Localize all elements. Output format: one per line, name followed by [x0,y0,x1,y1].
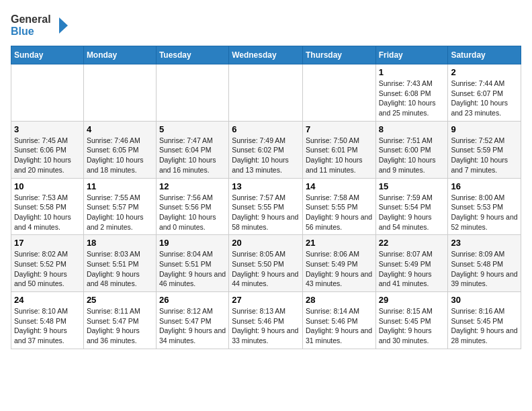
calendar-body: 1Sunrise: 7:43 AM Sunset: 6:08 PM Daylig… [11,64,521,349]
day-number: 27 [232,295,300,305]
weekday-header: Thursday [302,46,375,64]
calendar-cell: 24Sunrise: 8:10 AM Sunset: 5:48 PM Dayli… [11,292,84,349]
day-number: 19 [159,238,226,248]
calendar-cell: 7Sunrise: 7:50 AM Sunset: 6:01 PM Daylig… [302,121,375,178]
calendar-cell: 5Sunrise: 7:47 AM Sunset: 6:04 PM Daylig… [156,121,228,178]
calendar-header: SundayMondayTuesdayWednesdayThursdayFrid… [11,46,521,64]
day-number: 1 [379,67,445,77]
calendar-cell: 22Sunrise: 8:07 AM Sunset: 5:49 PM Dayli… [375,235,448,292]
weekday-header: Sunday [11,46,84,64]
weekday-header: Tuesday [156,46,228,64]
day-info: Sunrise: 8:09 AM Sunset: 5:48 PM Dayligh… [451,249,518,289]
calendar-cell: 6Sunrise: 7:49 AM Sunset: 6:02 PM Daylig… [229,121,303,178]
day-info: Sunrise: 7:58 AM Sunset: 5:55 PM Dayligh… [306,193,373,232]
day-number: 12 [159,181,226,191]
day-number: 5 [159,124,226,134]
day-number: 4 [87,124,153,134]
day-info: Sunrise: 7:47 AM Sunset: 6:04 PM Dayligh… [159,136,226,175]
svg-text:Blue: Blue [11,26,34,37]
weekday-header: Saturday [448,46,521,64]
day-info: Sunrise: 8:04 AM Sunset: 5:51 PM Dayligh… [159,249,226,289]
calendar-cell: 8Sunrise: 7:51 AM Sunset: 6:00 PM Daylig… [375,121,448,178]
day-info: Sunrise: 7:51 AM Sunset: 6:00 PM Dayligh… [379,136,445,175]
calendar-row: 17Sunrise: 8:02 AM Sunset: 5:52 PM Dayli… [11,235,521,292]
day-number: 29 [379,295,445,305]
day-info: Sunrise: 8:06 AM Sunset: 5:49 PM Dayligh… [306,249,373,289]
day-number: 22 [379,238,445,248]
day-number: 8 [379,124,445,134]
calendar-cell: 28Sunrise: 8:14 AM Sunset: 5:46 PM Dayli… [302,292,375,349]
day-number: 15 [379,181,445,191]
calendar-row: 10Sunrise: 7:53 AM Sunset: 5:58 PM Dayli… [11,178,521,235]
calendar-cell [11,64,84,122]
day-number: 26 [159,295,226,305]
day-info: Sunrise: 7:56 AM Sunset: 5:56 PM Dayligh… [159,193,226,232]
calendar-cell: 27Sunrise: 8:13 AM Sunset: 5:46 PM Dayli… [229,292,303,349]
day-info: Sunrise: 7:57 AM Sunset: 5:55 PM Dayligh… [232,193,300,232]
day-number: 14 [306,181,373,191]
calendar-cell: 9Sunrise: 7:52 AM Sunset: 5:59 PM Daylig… [448,121,521,178]
calendar-cell: 14Sunrise: 7:58 AM Sunset: 5:55 PM Dayli… [302,178,375,235]
calendar-cell: 20Sunrise: 8:05 AM Sunset: 5:50 PM Dayli… [229,235,303,292]
day-number: 18 [87,238,153,248]
day-number: 21 [306,238,373,248]
day-number: 13 [232,181,300,191]
calendar-cell: 30Sunrise: 8:16 AM Sunset: 5:45 PM Dayli… [448,292,521,349]
svg-marker-2 [59,17,68,34]
day-info: Sunrise: 7:55 AM Sunset: 5:57 PM Dayligh… [87,193,153,232]
calendar-cell [83,64,156,122]
day-info: Sunrise: 7:53 AM Sunset: 5:58 PM Dayligh… [14,193,81,232]
day-info: Sunrise: 8:11 AM Sunset: 5:47 PM Dayligh… [87,306,153,346]
weekday-header: Monday [83,46,156,64]
calendar-row: 1Sunrise: 7:43 AM Sunset: 6:08 PM Daylig… [11,64,521,122]
calendar-cell: 3Sunrise: 7:45 AM Sunset: 6:06 PM Daylig… [11,121,84,178]
day-info: Sunrise: 8:05 AM Sunset: 5:50 PM Dayligh… [232,249,300,289]
calendar-cell [229,64,303,122]
calendar-cell: 15Sunrise: 7:59 AM Sunset: 5:54 PM Dayli… [375,178,448,235]
day-info: Sunrise: 8:12 AM Sunset: 5:47 PM Dayligh… [159,306,226,346]
logo-svg: GeneralBlue [11,11,78,40]
header-row: SundayMondayTuesdayWednesdayThursdayFrid… [11,46,521,64]
calendar-cell: 2Sunrise: 7:44 AM Sunset: 6:07 PM Daylig… [448,64,521,122]
page-header: GeneralBlue [11,11,521,40]
day-info: Sunrise: 8:14 AM Sunset: 5:46 PM Dayligh… [306,306,373,346]
day-info: Sunrise: 7:46 AM Sunset: 6:05 PM Dayligh… [87,136,153,175]
calendar-cell: 21Sunrise: 8:06 AM Sunset: 5:49 PM Dayli… [302,235,375,292]
day-number: 23 [451,238,518,248]
svg-text:General: General [11,13,51,25]
day-number: 11 [87,181,153,191]
day-number: 16 [451,181,518,191]
day-number: 7 [306,124,373,134]
day-number: 6 [232,124,300,134]
day-info: Sunrise: 7:50 AM Sunset: 6:01 PM Dayligh… [306,136,373,175]
calendar-cell: 26Sunrise: 8:12 AM Sunset: 5:47 PM Dayli… [156,292,228,349]
calendar-row: 24Sunrise: 8:10 AM Sunset: 5:48 PM Dayli… [11,292,521,349]
calendar-cell: 25Sunrise: 8:11 AM Sunset: 5:47 PM Dayli… [83,292,156,349]
day-info: Sunrise: 8:13 AM Sunset: 5:46 PM Dayligh… [232,306,300,346]
day-info: Sunrise: 7:45 AM Sunset: 6:06 PM Dayligh… [14,136,81,175]
day-info: Sunrise: 7:49 AM Sunset: 6:02 PM Dayligh… [232,136,300,175]
day-info: Sunrise: 7:52 AM Sunset: 5:59 PM Dayligh… [451,136,518,175]
day-info: Sunrise: 7:43 AM Sunset: 6:08 PM Dayligh… [379,79,445,118]
calendar-cell: 16Sunrise: 8:00 AM Sunset: 5:53 PM Dayli… [448,178,521,235]
calendar-cell [302,64,375,122]
calendar-cell [156,64,228,122]
calendar-cell: 11Sunrise: 7:55 AM Sunset: 5:57 PM Dayli… [83,178,156,235]
day-info: Sunrise: 7:59 AM Sunset: 5:54 PM Dayligh… [379,193,445,232]
calendar-cell: 23Sunrise: 8:09 AM Sunset: 5:48 PM Dayli… [448,235,521,292]
calendar-cell: 4Sunrise: 7:46 AM Sunset: 6:05 PM Daylig… [83,121,156,178]
calendar-cell: 17Sunrise: 8:02 AM Sunset: 5:52 PM Dayli… [11,235,84,292]
weekday-header: Wednesday [229,46,303,64]
day-info: Sunrise: 8:03 AM Sunset: 5:51 PM Dayligh… [87,249,153,289]
day-number: 20 [232,238,300,248]
calendar-table: SundayMondayTuesdayWednesdayThursdayFrid… [11,46,521,349]
calendar-cell: 10Sunrise: 7:53 AM Sunset: 5:58 PM Dayli… [11,178,84,235]
day-info: Sunrise: 8:10 AM Sunset: 5:48 PM Dayligh… [14,306,81,346]
calendar-cell: 13Sunrise: 7:57 AM Sunset: 5:55 PM Dayli… [229,178,303,235]
day-number: 17 [14,238,81,248]
logo: GeneralBlue [11,11,78,40]
day-number: 30 [451,295,518,305]
day-info: Sunrise: 8:07 AM Sunset: 5:49 PM Dayligh… [379,249,445,289]
day-number: 2 [451,67,518,77]
calendar-cell: 29Sunrise: 8:15 AM Sunset: 5:45 PM Dayli… [375,292,448,349]
